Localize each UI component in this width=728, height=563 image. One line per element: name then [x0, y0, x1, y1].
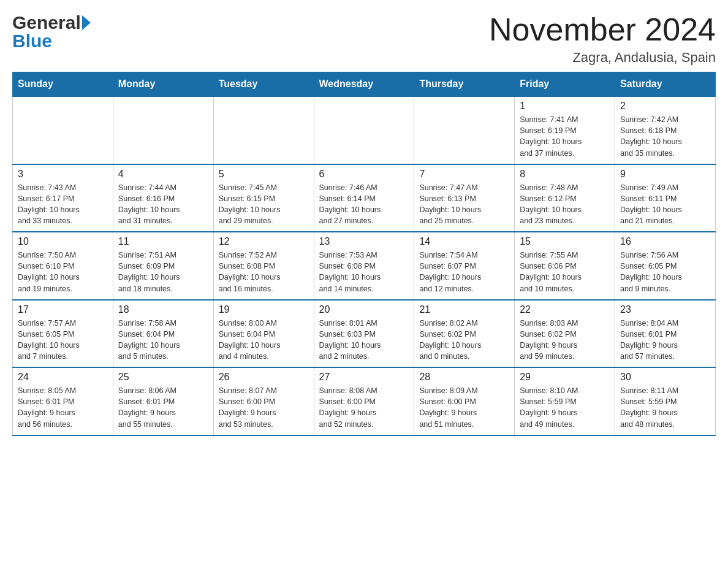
- calendar-cell: 27Sunrise: 8:08 AMSunset: 6:00 PMDayligh…: [314, 367, 414, 435]
- day-number: 4: [118, 169, 208, 180]
- calendar-week-row: 3Sunrise: 7:43 AMSunset: 6:17 PMDaylight…: [13, 164, 716, 232]
- day-number: 11: [118, 236, 208, 247]
- calendar-cell: 12Sunrise: 7:52 AMSunset: 6:08 PMDayligh…: [213, 232, 314, 300]
- calendar-cell: [113, 96, 213, 164]
- day-number: 13: [319, 236, 409, 247]
- day-number: 2: [620, 101, 710, 112]
- day-number: 22: [520, 304, 610, 315]
- calendar-cell: [414, 96, 515, 164]
- calendar-table: SundayMondayTuesdayWednesdayThursdayFrid…: [12, 72, 716, 436]
- day-info: Sunrise: 8:08 AMSunset: 6:00 PMDaylight:…: [319, 385, 409, 430]
- day-info: Sunrise: 8:05 AMSunset: 6:01 PMDaylight:…: [18, 385, 108, 430]
- day-info: Sunrise: 7:53 AMSunset: 6:08 PMDaylight:…: [319, 250, 409, 294]
- day-number: 20: [319, 304, 409, 315]
- day-number: 10: [18, 236, 108, 247]
- day-number: 27: [319, 372, 409, 383]
- calendar-cell: 9Sunrise: 7:49 AMSunset: 6:11 PMDaylight…: [615, 164, 716, 232]
- calendar-cell: 15Sunrise: 7:55 AMSunset: 6:06 PMDayligh…: [515, 232, 615, 300]
- day-number: 1: [520, 101, 610, 112]
- day-info: Sunrise: 7:43 AMSunset: 6:17 PMDaylight:…: [18, 182, 108, 227]
- calendar-cell: 28Sunrise: 8:09 AMSunset: 6:00 PMDayligh…: [414, 367, 515, 435]
- day-number: 12: [219, 236, 309, 247]
- day-number: 25: [118, 372, 208, 383]
- calendar-cell: 2Sunrise: 7:42 AMSunset: 6:18 PMDaylight…: [615, 96, 716, 164]
- day-number: 30: [620, 372, 710, 383]
- calendar-cell: [314, 96, 414, 164]
- logo: General Blue: [12, 12, 91, 52]
- calendar-cell: 3Sunrise: 7:43 AMSunset: 6:17 PMDaylight…: [13, 164, 113, 232]
- calendar-cell: 24Sunrise: 8:05 AMSunset: 6:01 PMDayligh…: [13, 367, 113, 435]
- calendar-cell: [13, 96, 113, 164]
- title-block: November 2024 Zagra, Andalusia, Spain: [489, 12, 716, 66]
- day-number: 28: [419, 372, 509, 383]
- day-number: 7: [419, 169, 509, 180]
- day-info: Sunrise: 8:00 AMSunset: 6:04 PMDaylight:…: [219, 318, 309, 362]
- day-info: Sunrise: 7:42 AMSunset: 6:18 PMDaylight:…: [620, 114, 710, 159]
- day-number: 24: [18, 372, 108, 383]
- calendar-week-row: 10Sunrise: 7:50 AMSunset: 6:10 PMDayligh…: [13, 232, 716, 300]
- day-info: Sunrise: 7:55 AMSunset: 6:06 PMDaylight:…: [520, 250, 610, 294]
- day-info: Sunrise: 7:54 AMSunset: 6:07 PMDaylight:…: [419, 250, 509, 294]
- day-info: Sunrise: 7:46 AMSunset: 6:14 PMDaylight:…: [319, 182, 409, 227]
- calendar-cell: 7Sunrise: 7:47 AMSunset: 6:13 PMDaylight…: [414, 164, 515, 232]
- calendar-cell: 1Sunrise: 7:41 AMSunset: 6:19 PMDaylight…: [515, 96, 615, 164]
- calendar-cell: 29Sunrise: 8:10 AMSunset: 5:59 PMDayligh…: [515, 367, 615, 435]
- logo-arrow-icon: [82, 15, 91, 30]
- calendar-cell: 23Sunrise: 8:04 AMSunset: 6:01 PMDayligh…: [615, 300, 716, 368]
- calendar-cell: 5Sunrise: 7:45 AMSunset: 6:15 PMDaylight…: [213, 164, 314, 232]
- calendar-cell: 26Sunrise: 8:07 AMSunset: 6:00 PMDayligh…: [213, 367, 314, 435]
- day-number: 16: [620, 236, 710, 247]
- calendar-header-thursday: Thursday: [414, 72, 515, 97]
- day-number: 8: [520, 169, 610, 180]
- day-number: 21: [419, 304, 509, 315]
- calendar-cell: 30Sunrise: 8:11 AMSunset: 5:59 PMDayligh…: [615, 367, 716, 435]
- day-number: 15: [520, 236, 610, 247]
- calendar-cell: 18Sunrise: 7:58 AMSunset: 6:04 PMDayligh…: [113, 300, 213, 368]
- calendar-cell: [213, 96, 314, 164]
- calendar-cell: 20Sunrise: 8:01 AMSunset: 6:03 PMDayligh…: [314, 300, 414, 368]
- day-number: 5: [219, 169, 309, 180]
- calendar-cell: 6Sunrise: 7:46 AMSunset: 6:14 PMDaylight…: [314, 164, 414, 232]
- day-info: Sunrise: 8:06 AMSunset: 6:01 PMDaylight:…: [118, 385, 208, 430]
- day-info: Sunrise: 7:48 AMSunset: 6:12 PMDaylight:…: [520, 182, 610, 227]
- logo-general-text: General: [12, 12, 81, 33]
- day-number: 18: [118, 304, 208, 315]
- logo-blue-text: Blue: [12, 31, 52, 51]
- day-info: Sunrise: 7:51 AMSunset: 6:09 PMDaylight:…: [118, 250, 208, 294]
- day-number: 17: [18, 304, 108, 315]
- calendar-cell: 8Sunrise: 7:48 AMSunset: 6:12 PMDaylight…: [515, 164, 615, 232]
- calendar-cell: 19Sunrise: 8:00 AMSunset: 6:04 PMDayligh…: [213, 300, 314, 368]
- day-info: Sunrise: 8:04 AMSunset: 6:01 PMDaylight:…: [620, 318, 710, 362]
- calendar-header-tuesday: Tuesday: [213, 72, 314, 97]
- calendar-week-row: 24Sunrise: 8:05 AMSunset: 6:01 PMDayligh…: [13, 367, 716, 435]
- day-info: Sunrise: 8:07 AMSunset: 6:00 PMDaylight:…: [219, 385, 309, 430]
- calendar-cell: 14Sunrise: 7:54 AMSunset: 6:07 PMDayligh…: [414, 232, 515, 300]
- day-info: Sunrise: 7:44 AMSunset: 6:16 PMDaylight:…: [118, 182, 208, 227]
- calendar-cell: 22Sunrise: 8:03 AMSunset: 6:02 PMDayligh…: [515, 300, 615, 368]
- day-info: Sunrise: 8:10 AMSunset: 5:59 PMDaylight:…: [520, 385, 610, 430]
- day-info: Sunrise: 7:57 AMSunset: 6:05 PMDaylight:…: [18, 318, 108, 362]
- day-number: 29: [520, 372, 610, 383]
- day-info: Sunrise: 7:50 AMSunset: 6:10 PMDaylight:…: [18, 250, 108, 294]
- calendar-cell: 17Sunrise: 7:57 AMSunset: 6:05 PMDayligh…: [13, 300, 113, 368]
- day-info: Sunrise: 7:58 AMSunset: 6:04 PMDaylight:…: [118, 318, 208, 362]
- calendar-header-row: SundayMondayTuesdayWednesdayThursdayFrid…: [13, 72, 716, 97]
- calendar-header-sunday: Sunday: [13, 72, 113, 97]
- calendar-cell: 13Sunrise: 7:53 AMSunset: 6:08 PMDayligh…: [314, 232, 414, 300]
- calendar-header-monday: Monday: [113, 72, 213, 97]
- day-info: Sunrise: 8:11 AMSunset: 5:59 PMDaylight:…: [620, 385, 710, 430]
- day-info: Sunrise: 7:45 AMSunset: 6:15 PMDaylight:…: [219, 182, 309, 227]
- day-info: Sunrise: 7:52 AMSunset: 6:08 PMDaylight:…: [219, 250, 309, 294]
- calendar-week-row: 17Sunrise: 7:57 AMSunset: 6:05 PMDayligh…: [13, 300, 716, 368]
- calendar-week-row: 1Sunrise: 7:41 AMSunset: 6:19 PMDaylight…: [13, 96, 716, 164]
- day-number: 14: [419, 236, 509, 247]
- day-number: 6: [319, 169, 409, 180]
- day-number: 19: [219, 304, 309, 315]
- day-info: Sunrise: 7:47 AMSunset: 6:13 PMDaylight:…: [419, 182, 509, 227]
- calendar-cell: 21Sunrise: 8:02 AMSunset: 6:02 PMDayligh…: [414, 300, 515, 368]
- calendar-header-friday: Friday: [515, 72, 615, 97]
- day-number: 23: [620, 304, 710, 315]
- calendar-header-wednesday: Wednesday: [314, 72, 414, 97]
- day-info: Sunrise: 8:02 AMSunset: 6:02 PMDaylight:…: [419, 318, 509, 362]
- calendar-header-saturday: Saturday: [615, 72, 716, 97]
